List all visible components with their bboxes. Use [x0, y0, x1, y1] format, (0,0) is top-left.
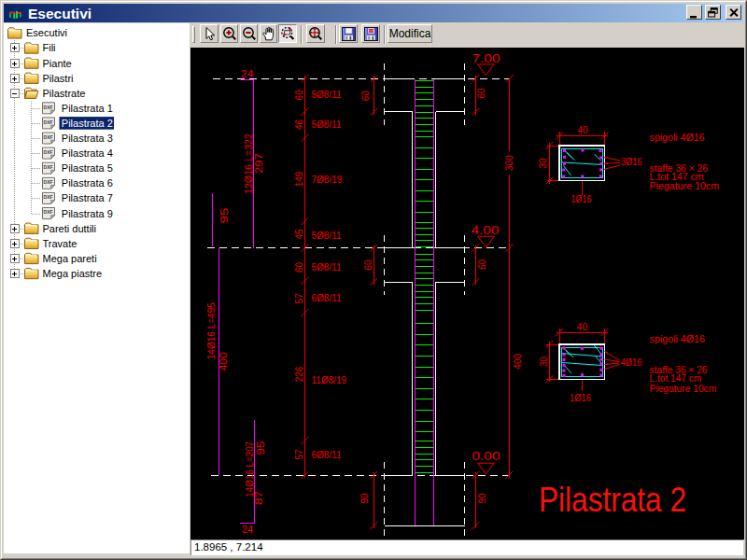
svg-text:0.00: 0.00: [472, 450, 500, 463]
svg-text:7Ø8/19: 7Ø8/19: [312, 175, 343, 185]
svg-text:57: 57: [294, 293, 304, 304]
svg-text:4.00: 4.00: [472, 224, 500, 237]
svg-text:Piegature 10cm: Piegature 10cm: [650, 181, 719, 191]
svg-text:Pilastrata 6: Pilastrata 6: [62, 177, 113, 189]
svg-text:400: 400: [513, 354, 523, 370]
svg-text:60: 60: [477, 259, 487, 270]
svg-text:Travate: Travate: [43, 238, 78, 249]
svg-text:6Ø8/11: 6Ø8/11: [312, 450, 342, 460]
svg-text:95: 95: [219, 207, 230, 224]
svg-text:60: 60: [294, 262, 304, 273]
svg-text:Pilastrata 9: Pilastrata 9: [62, 208, 113, 219]
svg-text:300: 300: [504, 155, 514, 171]
svg-text:Pilastrata 5: Pilastrata 5: [62, 162, 113, 174]
svg-text:Pilastrata 7: Pilastrata 7: [62, 192, 113, 203]
svg-text:24: 24: [242, 525, 253, 535]
svg-text:40: 40: [577, 125, 588, 135]
svg-text:Pilastri: Pilastri: [43, 73, 74, 84]
svg-text:30: 30: [538, 158, 548, 169]
svg-text:Piegature 10cm: Piegature 10cm: [650, 384, 717, 394]
svg-text:40: 40: [577, 322, 588, 332]
svg-text:Pilastrata 2: Pilastrata 2: [539, 481, 686, 519]
svg-text:95: 95: [256, 441, 266, 455]
svg-text:149: 149: [294, 171, 304, 187]
svg-text:6Ø8/11: 6Ø8/11: [312, 293, 342, 303]
svg-text:Pilastrata 2: Pilastrata 2: [62, 118, 113, 129]
svg-text:4Ø16: 4Ø16: [621, 357, 642, 368]
svg-text:Pilastrata 1: Pilastrata 1: [62, 103, 113, 114]
svg-text:14Ø16 L=207: 14Ø16 L=207: [245, 441, 255, 497]
svg-text:57: 57: [294, 449, 304, 460]
svg-text:297: 297: [254, 152, 264, 174]
svg-text:24: 24: [241, 69, 254, 79]
svg-text:60: 60: [294, 90, 304, 101]
svg-text:Pareti duttili: Pareti duttili: [43, 223, 96, 234]
svg-text:5Ø8/11: 5Ø8/11: [312, 90, 342, 100]
svg-text:5Ø8/11: 5Ø8/11: [312, 119, 342, 130]
svg-text:60: 60: [360, 91, 371, 102]
svg-text:1Ø16: 1Ø16: [570, 393, 591, 403]
svg-text:L.tot 147 cm: L.tot 147 cm: [650, 373, 702, 384]
svg-text:11Ø8/19: 11Ø8/19: [312, 375, 347, 385]
svg-text:3Ø16: 3Ø16: [621, 157, 642, 167]
svg-text:87: 87: [254, 490, 264, 505]
svg-text:400: 400: [218, 352, 229, 371]
svg-text:spigoli 4Ø16: spigoli 4Ø16: [650, 133, 705, 143]
svg-text:Pilastrata 4: Pilastrata 4: [62, 147, 113, 159]
svg-text:45: 45: [294, 229, 304, 240]
svg-text:5Ø8/11: 5Ø8/11: [312, 262, 342, 273]
svg-text:Fili: Fili: [43, 42, 56, 53]
svg-text:Mega pareti: Mega pareti: [43, 253, 97, 264]
svg-text:226: 226: [294, 366, 304, 382]
svg-text:30: 30: [539, 357, 549, 368]
svg-text:90: 90: [477, 493, 487, 504]
svg-text:90: 90: [359, 493, 370, 504]
svg-text:12Ø16 L=322: 12Ø16 L=322: [244, 133, 254, 194]
svg-text:46: 46: [294, 119, 304, 131]
svg-text:spigoli 4Ø16: spigoli 4Ø16: [650, 334, 706, 344]
svg-text:14Ø16 L=495: 14Ø16 L=495: [207, 302, 218, 359]
svg-text:5Ø8/11: 5Ø8/11: [312, 231, 342, 241]
svg-text:Piante: Piante: [43, 58, 72, 69]
svg-text:7.00: 7.00: [472, 52, 500, 65]
svg-text:Pilastrate: Pilastrate: [43, 88, 86, 99]
svg-text:60: 60: [476, 88, 486, 99]
svg-text:Pilastrata 3: Pilastrata 3: [62, 133, 113, 144]
svg-text:Esecutivi: Esecutivi: [26, 27, 67, 38]
svg-text:60: 60: [363, 259, 374, 271]
svg-text:Mega piastre: Mega piastre: [43, 268, 103, 279]
svg-text:1Ø16: 1Ø16: [571, 194, 592, 204]
